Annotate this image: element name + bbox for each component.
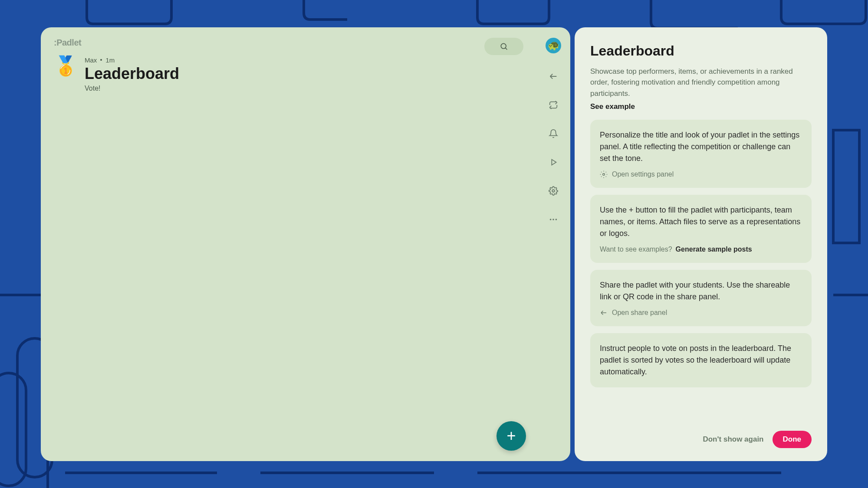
user-avatar[interactable]: 🐢 — [546, 38, 561, 53]
tip-card-add: Use the + button to fill the padlet with… — [590, 195, 812, 263]
remake-button[interactable] — [542, 94, 564, 116]
svg-point-5 — [550, 219, 552, 220]
see-example-link[interactable]: See example — [590, 102, 812, 111]
settings-button[interactable] — [542, 180, 564, 202]
done-button[interactable]: Done — [773, 431, 812, 448]
play-icon — [549, 157, 558, 167]
gear-icon — [600, 170, 608, 178]
board-title: Leaderboard — [85, 65, 179, 83]
bell-icon — [549, 129, 558, 138]
padlet-logo[interactable]: :Padlet — [54, 38, 523, 48]
slideshow-button[interactable] — [542, 151, 564, 173]
tip-prompt: Want to see examples? — [600, 246, 672, 253]
board-subtitle: Vote! — [85, 85, 179, 92]
open-share-action[interactable]: Open share panel — [600, 309, 802, 317]
share-button[interactable] — [542, 66, 564, 87]
tip-text: Personalize the title and look of your p… — [600, 129, 802, 164]
search-button[interactable] — [484, 38, 523, 55]
board-time: 1m — [105, 56, 115, 64]
main-board: :Padlet 🥇 Max 1m Leaderboard Vote! — [41, 27, 570, 461]
open-settings-action[interactable]: Open settings panel — [600, 170, 802, 178]
svg-rect-1 — [0, 373, 26, 486]
svg-point-4 — [552, 190, 555, 192]
info-panel: Leaderboard Showcase top performers, ite… — [575, 27, 827, 461]
tip-card-settings: Personalize the title and look of your p… — [590, 120, 812, 188]
tip-card-vote: Instruct people to vote on posts in the … — [590, 333, 812, 387]
separator-dot — [100, 59, 102, 61]
gear-icon — [549, 186, 558, 196]
medal-icon: 🥇 — [54, 56, 78, 75]
svg-point-7 — [556, 219, 557, 220]
svg-point-3 — [501, 43, 506, 49]
tip-card-share: Share the padlet with your students. Use… — [590, 270, 812, 326]
svg-rect-2 — [833, 130, 859, 243]
board-author: Max — [85, 56, 97, 64]
action-label: Open share panel — [612, 309, 667, 317]
notifications-button[interactable] — [542, 123, 564, 144]
sidebar: 🐢 — [536, 27, 570, 461]
remake-icon — [549, 100, 558, 110]
svg-point-6 — [552, 219, 554, 220]
share-icon — [600, 309, 608, 317]
tip-text: Use the + button to fill the padlet with… — [600, 204, 802, 239]
panel-description: Showcase top performers, items, or achie… — [590, 66, 812, 99]
search-icon — [500, 42, 508, 51]
more-icon — [549, 215, 558, 224]
action-label: Open settings panel — [612, 170, 674, 178]
panel-title: Leaderboard — [590, 43, 812, 59]
dont-show-again-button[interactable]: Don't show again — [703, 435, 763, 444]
more-button[interactable] — [542, 209, 564, 230]
share-icon — [549, 72, 558, 81]
generate-posts-action[interactable]: Generate sample posts — [676, 246, 752, 253]
svg-point-8 — [603, 174, 605, 176]
tip-text: Share the padlet with your students. Use… — [600, 279, 802, 303]
add-post-button[interactable]: + — [496, 421, 526, 451]
tip-text: Instruct people to vote on posts in the … — [600, 343, 802, 378]
